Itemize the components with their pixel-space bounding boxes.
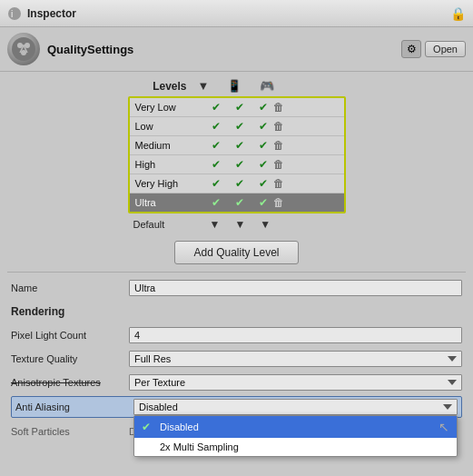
check3[interactable]: ✔ (259, 158, 268, 171)
name-input[interactable] (129, 280, 462, 296)
check1[interactable]: ✔ (212, 196, 221, 209)
anisotropic-textures-select[interactable]: Per Texture (129, 374, 462, 391)
level-name-very-low: Very Low (135, 102, 208, 113)
check2[interactable]: ✔ (235, 139, 244, 152)
default-arrows: ▼ ▼ ▼ (210, 218, 271, 231)
default-row: Default ▼ ▼ ▼ (128, 215, 346, 233)
pixel-light-count-input[interactable] (129, 327, 462, 343)
anti-aliasing-label: Anti Aliasing (15, 402, 133, 412)
anisotropic-textures-label: Anisotropic Textures (11, 377, 129, 388)
anisotropic-textures-row: Anisotropic Textures Per Texture (11, 372, 462, 392)
check2[interactable]: ✔ (235, 177, 244, 190)
checkboxes-low: ✔ ✔ ✔ (212, 120, 268, 133)
gamepad-icon: 🎮 (260, 79, 274, 93)
texture-quality-value: Full Res (129, 351, 462, 367)
levels-header-row: Levels ▼ 📱 🎮 (96, 79, 378, 93)
level-row-very-low[interactable]: Very Low ✔ ✔ ✔ 🗑 (130, 98, 344, 117)
desktop-icon: ▼ (198, 79, 210, 93)
anti-aliasing-value: Disabled ✔ Disabled ↖ 2x Multi Sampling (133, 399, 458, 415)
pixel-light-count-row: Pixel Light Count (11, 325, 462, 345)
dropdown-item-2x[interactable]: 2x Multi Sampling (134, 438, 457, 456)
dropdown-item-disabled[interactable]: ✔ Disabled ↖ (134, 416, 457, 438)
pixel-light-count-label: Pixel Light Count (11, 330, 129, 341)
name-label: Name (11, 283, 129, 293)
checkboxes-very-low: ✔ ✔ ✔ (212, 101, 268, 114)
dropdown-item-label-2: 2x Multi Sampling (160, 441, 239, 452)
name-value (129, 280, 462, 296)
texture-quality-select[interactable]: Full Res (129, 351, 462, 367)
level-row-high[interactable]: High ✔ ✔ ✔ 🗑 (130, 155, 344, 174)
arrow2[interactable]: ▼ (234, 218, 245, 231)
divider (7, 272, 466, 273)
properties-section: Name Rendering Pixel Light Count Texture… (7, 278, 466, 441)
check1[interactable]: ✔ (212, 177, 221, 190)
anti-aliasing-dropdown[interactable]: ✔ Disabled ↖ 2x Multi Sampling (133, 415, 458, 457)
texture-quality-row: Texture Quality Full Res (11, 349, 462, 369)
pixel-light-count-value (129, 327, 462, 343)
levels-section: Levels ▼ 📱 🎮 Very Low ✔ ✔ ✔ 🗑 (7, 79, 466, 233)
qs-title: QualitySettings (47, 43, 401, 56)
check1[interactable]: ✔ (212, 158, 221, 171)
checkboxes-high: ✔ ✔ ✔ (212, 158, 268, 171)
add-quality-level-wrapper: Add Quality Level (7, 241, 466, 264)
level-name-medium: Medium (135, 140, 208, 151)
arrow1[interactable]: ▼ (210, 218, 221, 231)
trash-icon[interactable]: 🗑 (273, 177, 284, 190)
add-quality-level-button[interactable]: Add Quality Level (174, 241, 298, 264)
check1[interactable]: ✔ (212, 101, 221, 114)
levels-label: Levels (96, 80, 187, 93)
trash-icon[interactable]: 🗑 (273, 158, 284, 171)
check3[interactable]: ✔ (259, 101, 268, 114)
anti-aliasing-row[interactable]: Anti Aliasing Disabled ✔ Disabled ↖ (11, 396, 462, 418)
svg-point-5 (21, 50, 26, 55)
texture-quality-label: Texture Quality (11, 353, 129, 364)
arrow3[interactable]: ▼ (260, 218, 271, 231)
levels-icons: ▼ 📱 🎮 (198, 79, 275, 93)
level-name-low: Low (135, 121, 208, 132)
checkmark-icon: ✔ (142, 421, 154, 433)
svg-point-2 (12, 37, 35, 61)
trash-icon[interactable]: 🗑 (273, 196, 284, 209)
checkboxes-very-high: ✔ ✔ ✔ (212, 177, 268, 190)
level-row-very-high[interactable]: Very High ✔ ✔ ✔ 🗑 (130, 174, 344, 193)
content-area: Levels ▼ 📱 🎮 Very Low ✔ ✔ ✔ 🗑 (0, 72, 473, 476)
inspector-icon: i (7, 6, 22, 21)
cursor-icon: ↖ (439, 420, 449, 434)
level-name-very-high: Very High (135, 178, 208, 189)
check3[interactable]: ✔ (259, 120, 268, 133)
svg-text:i: i (11, 9, 13, 19)
mobile-icon: 📱 (227, 79, 241, 93)
default-label: Default (133, 219, 206, 230)
trash-icon[interactable]: 🗑 (273, 120, 284, 133)
open-button[interactable]: Open (425, 41, 466, 57)
anti-aliasing-select[interactable]: Disabled (133, 399, 458, 415)
checkboxes-ultra: ✔ ✔ ✔ (212, 196, 268, 209)
rendering-row: Rendering (11, 302, 462, 322)
level-name-high: High (135, 159, 208, 170)
check1[interactable]: ✔ (212, 139, 221, 152)
title-bar: i Inspector 🔒 (0, 0, 473, 27)
level-row-low[interactable]: Low ✔ ✔ ✔ 🗑 (130, 117, 344, 136)
level-row-medium[interactable]: Medium ✔ ✔ ✔ 🗑 (130, 136, 344, 155)
check3[interactable]: ✔ (259, 177, 268, 190)
check2[interactable]: ✔ (235, 158, 244, 171)
rendering-label: Rendering (11, 305, 129, 318)
gear-icon: ⚙ (407, 43, 417, 55)
checkboxes-medium: ✔ ✔ ✔ (212, 139, 268, 152)
level-name-ultra: Ultra (135, 197, 208, 208)
lock-icon[interactable]: 🔒 (450, 6, 466, 21)
level-row-ultra[interactable]: Ultra ✔ ✔ ✔ 🗑 (130, 193, 344, 212)
check3[interactable]: ✔ (259, 196, 268, 209)
check2[interactable]: ✔ (235, 196, 244, 209)
check2[interactable]: ✔ (235, 120, 244, 133)
trash-icon[interactable]: 🗑 (273, 101, 284, 114)
check1[interactable]: ✔ (212, 120, 221, 133)
check2[interactable]: ✔ (235, 101, 244, 114)
gear-button[interactable]: ⚙ (401, 40, 421, 58)
qs-avatar (7, 33, 40, 65)
inspector-body: QualitySettings ⚙ Open Levels ▼ 📱 🎮 Very… (0, 27, 473, 476)
check3[interactable]: ✔ (259, 139, 268, 152)
trash-icon[interactable]: 🗑 (273, 139, 284, 152)
qs-header: QualitySettings ⚙ Open (0, 27, 473, 72)
name-row: Name (11, 278, 462, 298)
